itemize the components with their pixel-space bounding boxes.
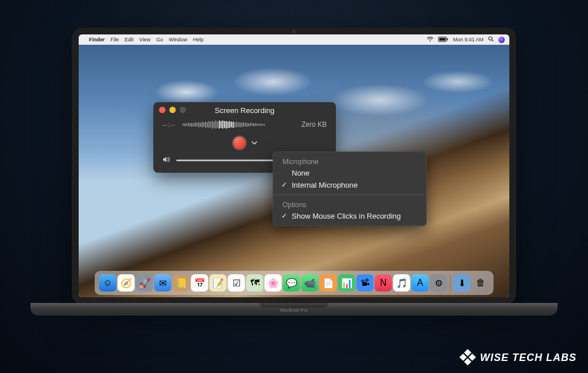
dock-item-itunes[interactable]: 🎵 [393, 274, 411, 292]
menu-go[interactable]: Go [156, 37, 163, 42]
dock-item-mail[interactable]: ✉ [154, 274, 172, 292]
volume-icon [163, 156, 171, 165]
watermark: WISE TECH LABS [461, 350, 577, 365]
dock-item-safari[interactable]: 🧭 [118, 274, 135, 292]
menu-window[interactable]: Window [169, 37, 187, 42]
menu-edit[interactable]: Edit [125, 37, 134, 42]
dock-item-photos[interactable]: 🌸 [265, 274, 282, 292]
dock-item-numbers[interactable]: 📊 [338, 274, 355, 292]
watermark-logo-icon [461, 350, 475, 365]
dock-item-keynote[interactable]: 📽 [357, 274, 374, 292]
menu-item-show-clicks[interactable]: Show Mouse Clicks in Recording [273, 210, 426, 222]
laptop-frame: Finder File Edit View Go Window Help Mon… [72, 28, 516, 337]
menu-view[interactable]: View [140, 37, 150, 42]
desktop: Finder File Edit View Go Window Help Mon… [79, 34, 509, 297]
laptop-screen: Finder File Edit View Go Window Help Mon… [72, 28, 516, 304]
dock-item-preferences[interactable]: ⚙ [430, 274, 447, 292]
dock-item-notes[interactable]: 📝 [210, 274, 227, 292]
menu-section-options: Options [273, 199, 426, 210]
dock-item-downloads[interactable]: ⬇ [454, 274, 471, 292]
record-options-chevron-icon[interactable] [252, 139, 257, 146]
battery-icon[interactable] [438, 37, 448, 43]
audio-level-meter [183, 121, 295, 129]
menu-item-mic-none[interactable]: None [273, 167, 426, 179]
window-minimize-button[interactable] [169, 107, 176, 113]
spotlight-icon[interactable] [488, 36, 494, 43]
record-button[interactable] [232, 135, 247, 150]
laptop-base: MacBook Pro [30, 303, 558, 316]
svg-line-4 [492, 40, 493, 41]
menu-help[interactable]: Help [193, 37, 204, 42]
menubar-clock[interactable]: Mon 9:41 AM [453, 37, 483, 42]
dock: ☺🧭🚀✉📒📅📝☑🗺🌸💬📹📄📊📽N🎵A⚙⬇🗑 [95, 271, 494, 295]
menubar: Finder File Edit View Go Window Help Mon… [79, 34, 509, 45]
svg-point-3 [489, 37, 492, 40]
watermark-text: WISE TECH LABS [480, 352, 577, 364]
dock-item-facetime[interactable]: 📹 [301, 274, 319, 292]
menu-separator [273, 195, 426, 195]
svg-rect-2 [447, 38, 448, 40]
recording-time: --:-- [163, 121, 176, 128]
menubar-app-name[interactable]: Finder [89, 37, 105, 42]
window-zoom-button [180, 107, 186, 113]
dock-item-calendar[interactable]: 📅 [191, 274, 208, 292]
record-options-menu: Microphone None Internal Microphone Opti… [273, 151, 427, 226]
panel-titlebar[interactable]: Screen Recording [153, 102, 336, 118]
laptop-model-label: MacBook Pro [280, 308, 308, 312]
camera-dot [292, 30, 296, 33]
dock-item-contacts[interactable]: 📒 [173, 274, 190, 292]
siri-icon[interactable] [498, 37, 505, 43]
dock-item-news[interactable]: N [375, 274, 392, 292]
dock-item-launchpad[interactable]: 🚀 [136, 274, 153, 292]
dock-item-appstore[interactable]: A [412, 274, 429, 292]
dock-item-trash[interactable]: 🗑 [472, 274, 489, 292]
menu-item-mic-internal[interactable]: Internal Microphone [273, 179, 426, 191]
dock-item-messages[interactable]: 💬 [283, 274, 300, 292]
dock-separator [450, 275, 451, 291]
recording-size: Zero KB [301, 121, 327, 129]
dock-item-finder[interactable]: ☺ [99, 274, 117, 292]
svg-rect-1 [439, 38, 446, 41]
dock-item-pages[interactable]: 📄 [320, 274, 337, 292]
dock-item-reminders[interactable]: ☑ [228, 274, 245, 292]
menu-file[interactable]: File [111, 37, 119, 42]
wifi-icon[interactable] [427, 37, 434, 43]
window-close-button[interactable] [159, 107, 165, 113]
dock-item-maps[interactable]: 🗺 [246, 274, 264, 292]
menu-section-microphone: Microphone [273, 156, 426, 167]
